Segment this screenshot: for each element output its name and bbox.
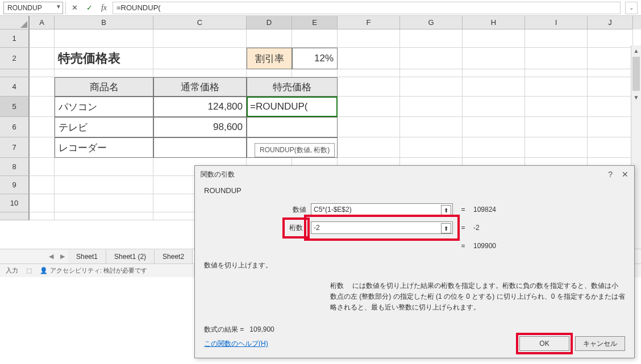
cell[interactable]: [400, 30, 463, 48]
cell-price[interactable]: [153, 137, 247, 158]
argument-input[interactable]: C5*(1-$E$2) ⬆: [311, 203, 453, 216]
cell-product[interactable]: テレビ: [55, 117, 153, 137]
scroll-down-icon[interactable]: ▼: [631, 92, 641, 102]
cell[interactable]: [400, 69, 463, 77]
col-header-i[interactable]: I: [525, 16, 588, 30]
cell[interactable]: [525, 97, 588, 117]
cell[interactable]: [55, 30, 153, 48]
cell-header-name[interactable]: 商品名: [55, 77, 153, 97]
cell[interactable]: [153, 48, 247, 69]
tab-prev-button[interactable]: ◀: [45, 251, 57, 262]
cell-price[interactable]: 98,600: [153, 117, 247, 137]
cancel-formula-button[interactable]: ✕: [68, 2, 81, 14]
cell[interactable]: [463, 137, 525, 158]
cell[interactable]: [55, 158, 153, 176]
row-header-3[interactable]: [0, 69, 30, 77]
scroll-thumb[interactable]: [632, 57, 640, 91]
dialog-titlebar[interactable]: 関数の引数 ? ✕: [195, 166, 634, 183]
col-header-d[interactable]: D: [247, 16, 292, 30]
cell[interactable]: [525, 77, 588, 97]
cell[interactable]: [55, 69, 153, 77]
cell[interactable]: [55, 176, 153, 194]
cell[interactable]: [588, 30, 633, 48]
cell[interactable]: [400, 48, 463, 69]
cell[interactable]: [463, 97, 525, 117]
row-header-partial[interactable]: [0, 212, 30, 220]
argument-input[interactable]: -2 ⬆: [311, 221, 453, 234]
cell[interactable]: [30, 48, 55, 69]
row-header-6[interactable]: 6: [0, 117, 30, 137]
cell[interactable]: [525, 30, 588, 48]
cell[interactable]: [525, 48, 588, 69]
cell[interactable]: [338, 117, 400, 137]
col-header-h[interactable]: H: [463, 16, 525, 30]
cell[interactable]: [400, 97, 463, 117]
col-header-c[interactable]: C: [153, 16, 247, 30]
row-header-1[interactable]: 1: [0, 30, 30, 48]
row-header-4[interactable]: 4: [0, 77, 30, 97]
cell[interactable]: [463, 30, 525, 48]
cell[interactable]: [247, 117, 338, 137]
cell[interactable]: [463, 48, 525, 69]
col-header-a[interactable]: A: [30, 16, 55, 30]
scroll-up-icon[interactable]: ▲: [631, 45, 641, 56]
cell[interactable]: [338, 137, 400, 158]
expand-formula-button[interactable]: ⌄: [625, 2, 638, 14]
cell[interactable]: [55, 194, 153, 212]
cell[interactable]: [400, 117, 463, 137]
col-header-f[interactable]: F: [338, 16, 400, 30]
chevron-down-icon[interactable]: ▼: [56, 3, 61, 10]
cell-price[interactable]: 124,800: [153, 97, 247, 117]
fx-button[interactable]: fx: [98, 2, 110, 14]
close-icon[interactable]: ✕: [622, 170, 628, 179]
cell[interactable]: [463, 117, 525, 137]
sheet-tab[interactable]: Sheet1: [68, 250, 106, 263]
row-header-10[interactable]: 10: [0, 194, 30, 212]
cell[interactable]: [588, 97, 633, 117]
cell[interactable]: [338, 77, 400, 97]
cell[interactable]: [30, 117, 55, 137]
row-header-5[interactable]: 5: [0, 97, 30, 117]
cell[interactable]: [463, 69, 525, 77]
cell-title[interactable]: 特売価格表: [55, 48, 153, 69]
cancel-button[interactable]: キャンセル: [575, 336, 625, 351]
cell[interactable]: [30, 97, 55, 117]
cell[interactable]: [525, 137, 588, 158]
ok-button[interactable]: OK: [519, 336, 569, 351]
cell[interactable]: [400, 77, 463, 97]
help-link[interactable]: この関数のヘルプ(H): [204, 339, 268, 349]
cell[interactable]: [588, 69, 633, 77]
cell[interactable]: [30, 194, 55, 212]
tab-next-button[interactable]: ▶: [57, 251, 68, 262]
accept-formula-button[interactable]: ✓: [83, 2, 95, 14]
row-header-2[interactable]: 2: [0, 48, 30, 69]
accessibility-status[interactable]: 👤 アクセシビリティ: 検討が必要です: [40, 266, 147, 275]
cell[interactable]: [30, 137, 55, 158]
select-all-corner[interactable]: [0, 16, 30, 30]
cell[interactable]: [525, 69, 588, 77]
cell[interactable]: [30, 212, 55, 220]
cell[interactable]: [247, 30, 292, 48]
row-header-8[interactable]: 8: [0, 158, 30, 176]
row-header-9[interactable]: 9: [0, 176, 30, 194]
cell[interactable]: [525, 117, 588, 137]
col-header-b[interactable]: B: [55, 16, 153, 30]
cell[interactable]: [30, 69, 55, 77]
cell[interactable]: [338, 97, 400, 117]
cell-header-sale[interactable]: 特売価格: [247, 77, 338, 97]
cell[interactable]: [30, 77, 55, 97]
cell[interactable]: [588, 48, 633, 69]
col-header-e[interactable]: E: [292, 16, 338, 30]
cell[interactable]: [153, 69, 247, 77]
help-icon[interactable]: ?: [608, 170, 613, 179]
col-header-j[interactable]: J: [588, 16, 633, 30]
cell-product[interactable]: レコーダー: [55, 137, 153, 158]
cell-header-price[interactable]: 通常価格: [153, 77, 247, 97]
range-picker-icon[interactable]: ⬆: [441, 223, 451, 233]
cell[interactable]: [247, 69, 292, 77]
cell[interactable]: [30, 30, 55, 48]
cell[interactable]: [400, 137, 463, 158]
cell-active-formula[interactable]: =ROUNDUP(: [247, 97, 338, 117]
cell[interactable]: [30, 176, 55, 194]
cell[interactable]: [55, 212, 153, 220]
